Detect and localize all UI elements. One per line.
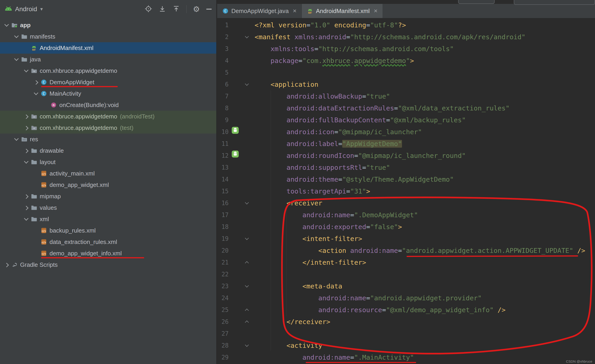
chevron-right-icon[interactable] (24, 126, 28, 130)
line-number: 17 (217, 209, 229, 221)
tree-item-label: java (30, 56, 41, 63)
line-number: 24 (217, 292, 229, 304)
tree-item-gradle-scripts[interactable]: Gradle Scripts (0, 259, 216, 271)
tree-item-mipmap[interactable]: mipmap (0, 191, 216, 202)
expand-toggle[interactable] (22, 69, 30, 72)
tab-androidmanifest-xml[interactable]: MFAndroidManifest.xml× (302, 4, 383, 18)
locate-file-icon[interactable] (145, 5, 152, 14)
fold-close-icon[interactable] (245, 308, 249, 312)
svg-text:m: m (53, 103, 55, 107)
line-number: 13 (217, 162, 229, 173)
expand-toggle[interactable] (32, 92, 40, 95)
editor-gutter: 17 (217, 209, 255, 221)
expand-toggle[interactable] (3, 263, 10, 266)
tab-demoappwidget-java[interactable]: CDemoAppWidget.java× (217, 4, 302, 18)
hide-panel-icon[interactable] (206, 9, 212, 10)
fold-close-icon[interactable] (245, 321, 249, 324)
line-number: 18 (217, 221, 229, 233)
tree-item-com-xhbruce-appwidgetdemo-androidtest[interactable]: com.xhbruce.appwidgetdemo(androidTest) (0, 111, 216, 122)
tree-item-mainactivity[interactable]: CMainActivity (0, 88, 216, 99)
tree-item-values[interactable]: values (0, 202, 216, 213)
close-tab-icon[interactable]: × (293, 7, 296, 14)
close-tab-icon[interactable]: × (374, 7, 377, 14)
line-number: 16 (217, 197, 229, 209)
code-line: 2<manifest xmlns:android="http://schemas… (217, 31, 595, 43)
tree-item-oncreate-bundle-void[interactable]: monCreate(Bundle):void (0, 99, 216, 111)
android-resource-badge-icon[interactable] (231, 150, 239, 162)
expand-toggle[interactable] (22, 217, 30, 221)
settings-gear-icon[interactable]: ⚙ (193, 5, 200, 13)
editor-gutter: 22 (217, 268, 255, 280)
chevron-down-icon[interactable] (24, 216, 28, 221)
tree-item-backup-rules-xml[interactable]: </>backup_rules.xml (0, 225, 216, 236)
chevron-right-icon[interactable] (24, 149, 28, 153)
code-line: 14 android:theme="@style/Theme.AppWidget… (217, 173, 595, 185)
tree-item-res[interactable]: res (0, 134, 216, 145)
editor-gutter: 14 (217, 173, 255, 185)
chevron-down-icon[interactable] (14, 34, 19, 38)
tree-item-app[interactable]: app (0, 19, 216, 31)
tree-item-androidmanifest-xml[interactable]: MFAndroidManifest.xml (0, 42, 216, 54)
collapse-all-icon[interactable] (159, 5, 166, 14)
fold-close-icon[interactable] (245, 261, 249, 265)
tree-item-data-extraction-rules-xml[interactable]: </>data_extraction_rules.xml (0, 236, 216, 248)
fold-open-icon[interactable] (245, 82, 249, 86)
tree-item-java[interactable]: java (0, 54, 216, 65)
expand-toggle[interactable] (13, 58, 20, 61)
code-text: <manifest xmlns:android="http://schemas.… (255, 31, 525, 43)
project-view-selector[interactable]: Android ▾ (5, 6, 43, 13)
expand-toggle[interactable] (22, 126, 30, 129)
expand-toggle[interactable] (22, 195, 30, 198)
tab-strip: CDemoAppWidget.java×MFAndroidManifest.xm… (217, 4, 595, 18)
chevron-right-icon[interactable] (24, 206, 28, 210)
expand-toggle[interactable] (22, 115, 30, 118)
fold-open-icon[interactable] (245, 236, 249, 240)
chevron-right-icon[interactable] (24, 194, 28, 199)
fold-open-icon[interactable] (245, 284, 249, 287)
expand-toggle[interactable] (32, 81, 40, 84)
code-line: 8 android:dataExtractionRules="@xml/data… (217, 102, 595, 114)
editor-gutter: 7 (217, 90, 255, 102)
fold-open-icon[interactable] (245, 35, 249, 38)
tree-item-demo-app-widget-xml[interactable]: </>demo_app_widget.xml (0, 179, 216, 191)
fold-open-icon[interactable] (245, 201, 249, 205)
editor-gutter: 4 (217, 55, 255, 67)
editor-code-area[interactable]: 1<?xml version="1.0" encoding="utf-8"?>2… (217, 18, 595, 364)
expand-all-icon[interactable] (172, 5, 180, 14)
chevron-right-icon[interactable] (24, 114, 28, 119)
expand-toggle[interactable] (22, 206, 30, 209)
code-text: package="com.xhbruce.appwidgetdemo"> (255, 55, 414, 67)
chevron-down-icon[interactable] (24, 68, 28, 72)
tree-item-com-xhbruce-appwidgetdemo[interactable]: com.xhbruce.appwidgetdemo (0, 65, 216, 77)
chevron-down-icon[interactable] (24, 159, 28, 164)
expand-toggle[interactable] (13, 35, 20, 38)
tree-item-xml[interactable]: xml (0, 213, 216, 225)
editor-gutter: 19 (217, 233, 255, 245)
expand-toggle[interactable] (3, 23, 10, 27)
tree-item-manifests[interactable]: manifests (0, 31, 216, 42)
code-line: 19 <intent-filter> (217, 233, 595, 245)
chevron-down-icon[interactable] (14, 136, 19, 141)
chevron-right-icon[interactable] (34, 80, 38, 85)
tree-item-activity-main-xml[interactable]: </>activity_main.xml (0, 168, 216, 179)
tree-item-drawable[interactable]: drawable (0, 145, 216, 156)
expand-toggle[interactable] (22, 149, 30, 152)
fold-open-icon[interactable] (245, 343, 249, 347)
editor-gutter: 20 (217, 245, 255, 257)
code-line: 20 <action android:name="android.appwidg… (217, 245, 595, 257)
expand-toggle[interactable] (22, 160, 30, 164)
editor-gutter: 6 (217, 79, 255, 90)
chevron-down-icon[interactable] (14, 56, 19, 61)
editor-gutter: 15 (217, 185, 255, 197)
tree-item-label: data_extraction_rules.xml (50, 238, 117, 246)
expand-toggle[interactable] (13, 138, 20, 141)
chevron-down-icon[interactable] (4, 22, 9, 27)
editor-gutter: 29 (217, 351, 255, 363)
editor-gutter: 16 (217, 197, 255, 209)
chevron-down-icon[interactable] (34, 91, 38, 95)
annotation-underline-mainactivity (306, 362, 416, 363)
tree-item-com-xhbruce-appwidgetdemo-test[interactable]: com.xhbruce.appwidgetdemo(test) (0, 122, 216, 134)
tree-item-layout[interactable]: layout (0, 156, 216, 168)
android-resource-badge-icon[interactable] (231, 126, 239, 138)
chevron-right-icon[interactable] (4, 263, 9, 267)
